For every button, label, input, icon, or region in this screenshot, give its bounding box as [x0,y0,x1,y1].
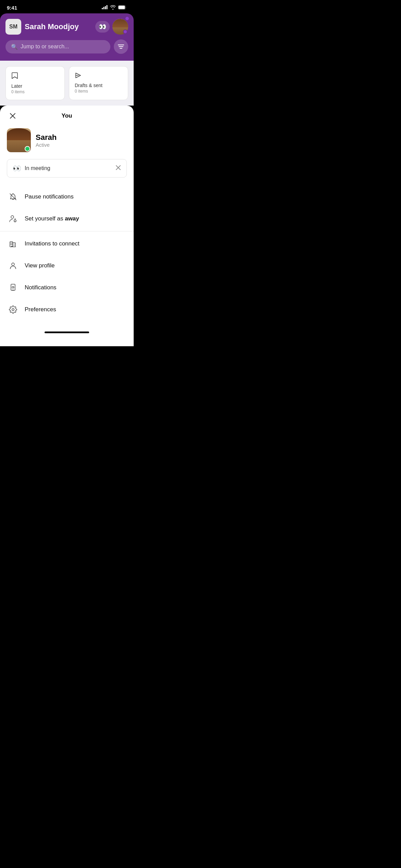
gear-icon [8,305,18,314]
search-bar: 🔍 Jump to or search... [5,39,128,54]
user-name: Sarah [36,133,57,142]
home-indicator [0,327,134,336]
svg-rect-19 [11,244,11,245]
send-icon [75,72,122,81]
drafts-card[interactable]: Drafts & sent 0 items [69,66,128,100]
header-user-section: SM Sarah Moodjoy [5,19,79,35]
svg-rect-22 [14,245,14,246]
later-card[interactable]: Later 0 items [5,66,65,100]
person-away-icon [8,214,18,224]
menu-item-notifications[interactable]: Notifications [0,277,134,299]
app-header: SM Sarah Moodjoy 👀 🔍 Jump to or search..… [0,13,134,61]
svg-rect-2 [105,6,106,9]
search-input-wrap[interactable]: 🔍 Jump to or search... [5,40,110,53]
quick-actions: Later 0 items Drafts & sent 0 items [0,61,134,106]
preferences-label: Preferences [25,306,56,313]
bell-phone-icon [8,283,18,292]
svg-rect-23 [11,246,12,247]
status-text: In meeting [25,165,50,171]
view-profile-label: View profile [25,262,55,269]
svg-rect-18 [12,243,12,243]
profile-photo-button[interactable] [112,19,128,35]
user-profile-section: Sarah Active [0,123,134,159]
bottom-sheet: You Sarah Active 👀 In meeting [0,106,134,346]
later-subtitle: 0 items [11,89,59,94]
sm-avatar: SM [5,19,21,35]
menu-item-set-away[interactable]: Set yourself as away [0,208,134,230]
drafts-subtitle: 0 items [75,89,122,94]
pause-notifications-label: Pause notifications [25,193,74,200]
menu-divider-1 [0,231,134,231]
svg-rect-20 [12,244,12,245]
svg-rect-3 [107,5,108,9]
svg-rect-0 [102,8,103,9]
sheet-header: You [0,106,134,123]
svg-rect-21 [14,244,14,244]
status-bar-right [102,5,127,11]
signal-icon [102,5,108,10]
emoji-status-bubble[interactable]: 👀 [95,21,110,33]
svg-point-27 [12,309,14,311]
search-icon: 🔍 [11,44,18,50]
menu-item-view-profile[interactable]: View profile [0,255,134,277]
svg-rect-17 [11,243,11,243]
svg-point-24 [12,263,14,266]
status-clear-button[interactable] [116,165,121,172]
profile-status-dot [123,29,127,34]
svg-rect-1 [104,7,105,9]
header-name: Sarah Moodjoy [25,22,79,31]
menu-item-invitations[interactable]: Invitations to connect [0,233,134,255]
status-bar: 9:41 [0,0,134,13]
status-input-left: 👀 In meeting [13,164,50,172]
invitations-label: Invitations to connect [25,240,80,247]
user-info: Sarah Active [36,133,57,148]
building-icon [8,239,18,249]
drafts-title: Drafts & sent [75,83,122,88]
svg-point-15 [14,220,16,222]
close-button[interactable] [7,110,19,122]
person-icon [8,261,18,270]
sheet-title: You [62,112,72,119]
svg-rect-5 [119,6,125,9]
home-bar [45,331,89,333]
bookmark-icon [11,72,59,81]
online-indicator [25,146,30,152]
wifi-icon [110,5,116,11]
user-avatar-wrap [7,128,31,152]
user-status: Active [36,142,57,148]
filter-button[interactable] [114,39,128,54]
battery-icon [118,5,127,11]
search-placeholder: Jump to or search... [21,44,69,50]
bell-off-icon [8,192,18,202]
notification-dot [125,17,129,20]
status-emoji: 👀 [13,164,21,172]
menu-item-pause-notifications[interactable]: Pause notifications [0,186,134,208]
menu-item-preferences[interactable]: Preferences [0,299,134,321]
svg-point-14 [11,216,14,218]
notifications-label: Notifications [25,284,57,291]
header-emoji: 👀 [99,23,106,30]
status-input[interactable]: 👀 In meeting [7,159,127,178]
set-away-label: Set yourself as away [25,215,79,222]
header-actions: 👀 [95,19,128,35]
time: 9:41 [7,5,17,11]
later-title: Later [11,83,59,89]
